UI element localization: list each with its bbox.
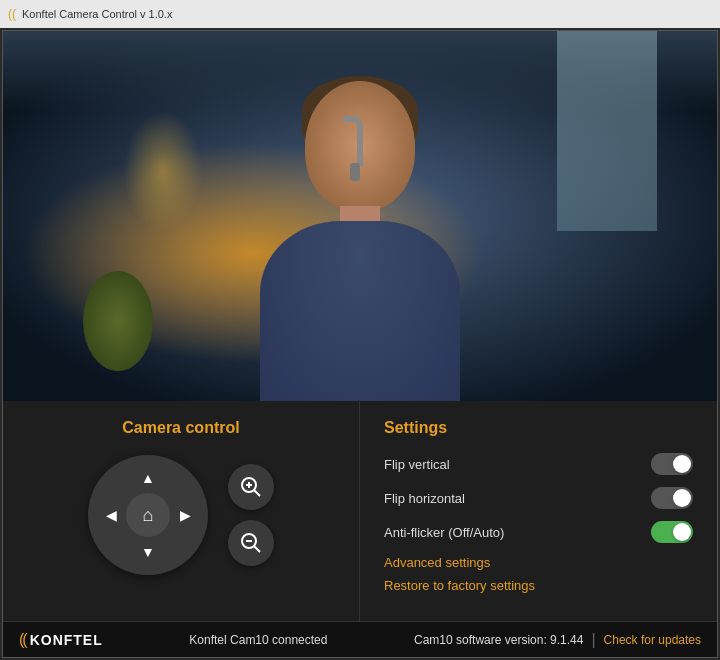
right-arrow-icon: ▶ (180, 507, 191, 523)
main-window: Camera control ▲ ▼ ◀ ▶ (2, 30, 718, 658)
check-updates-link[interactable]: Check for updates (604, 633, 701, 647)
controls-area: Camera control ▲ ▼ ◀ ▶ (3, 401, 717, 621)
software-version: Cam10 software version: 9.1.44 (414, 633, 583, 647)
person-head (305, 81, 415, 211)
anti-flicker-toggle-thumb (673, 523, 691, 541)
app-icon: (( (8, 7, 16, 21)
flip-horizontal-toggle-thumb (673, 489, 691, 507)
left-arrow-icon: ◀ (106, 507, 117, 523)
dpad-container: ▲ ▼ ◀ ▶ ⌂ (88, 455, 274, 575)
anti-flicker-toggle[interactable] (651, 521, 693, 543)
connection-status: Konftel Cam10 connected (189, 633, 327, 647)
flip-vertical-label: Flip vertical (384, 457, 450, 472)
konftel-waves-icon: (( (19, 631, 26, 649)
konftel-logo: (( KONFTEL (19, 631, 103, 649)
zoom-in-icon (240, 476, 262, 498)
title-bar-text: Konftel Camera Control v 1.0.x (22, 8, 172, 20)
svg-line-1 (254, 490, 260, 496)
zoom-buttons (228, 464, 274, 566)
settings-panel: Settings Flip vertical Flip horizontal A… (360, 401, 717, 621)
dpad-down-button[interactable]: ▼ (133, 537, 163, 567)
advanced-settings-link[interactable]: Advanced settings (384, 555, 693, 570)
down-arrow-icon: ▼ (141, 544, 155, 560)
zoom-out-button[interactable] (228, 520, 274, 566)
settings-title: Settings (384, 419, 693, 437)
video-area (3, 31, 717, 401)
flip-horizontal-label: Flip horizontal (384, 491, 465, 506)
bg-plant (83, 271, 153, 371)
anti-flicker-row: Anti-flicker (Off/Auto) (384, 521, 693, 543)
person-body (260, 221, 460, 401)
flip-horizontal-row: Flip horizontal (384, 487, 693, 509)
zoom-in-button[interactable] (228, 464, 274, 510)
dpad-up-button[interactable]: ▲ (133, 463, 163, 493)
status-bar: (( KONFTEL Konftel Cam10 connected Cam10… (3, 621, 717, 657)
up-arrow-icon: ▲ (141, 470, 155, 486)
bg-window (557, 31, 657, 231)
camera-control-panel: Camera control ▲ ▼ ◀ ▶ (3, 401, 360, 621)
dpad-home-button[interactable]: ⌂ (126, 493, 170, 537)
flip-vertical-toggle[interactable] (651, 453, 693, 475)
flip-vertical-toggle-thumb (673, 455, 691, 473)
flip-horizontal-toggle[interactable] (651, 487, 693, 509)
version-area: Cam10 software version: 9.1.44 | Check f… (414, 631, 701, 649)
anti-flicker-label: Anti-flicker (Off/Auto) (384, 525, 504, 540)
svg-line-5 (254, 546, 260, 552)
video-feed (3, 31, 717, 401)
home-icon: ⌂ (143, 505, 154, 526)
headset-mic (350, 163, 360, 181)
person-silhouette (220, 61, 500, 401)
camera-control-title: Camera control (122, 419, 239, 437)
dpad-left-button[interactable]: ◀ (96, 500, 126, 530)
separator: | (591, 631, 595, 649)
zoom-out-icon (240, 532, 262, 554)
title-bar: (( Konftel Camera Control v 1.0.x (0, 0, 720, 28)
dpad-right-button[interactable]: ▶ (170, 500, 200, 530)
bg-light (123, 111, 203, 231)
factory-reset-link[interactable]: Restore to factory settings (384, 578, 693, 593)
headset (343, 116, 363, 166)
dpad: ▲ ▼ ◀ ▶ ⌂ (88, 455, 208, 575)
flip-vertical-row: Flip vertical (384, 453, 693, 475)
konftel-brand-text: KONFTEL (30, 632, 103, 648)
